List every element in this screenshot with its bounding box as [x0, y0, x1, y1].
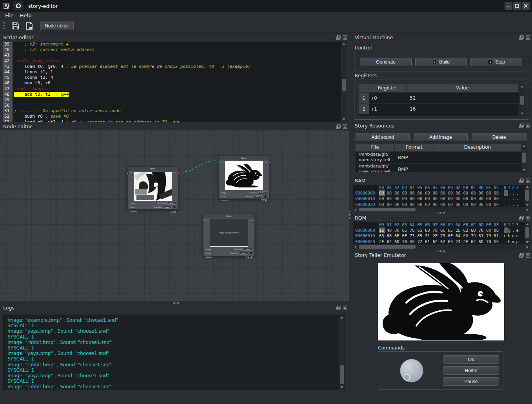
format-column-header[interactable]: Format: [395, 144, 434, 151]
hex-byte[interactable]: 74: [456, 239, 463, 244]
hex-byte[interactable]: 00: [425, 190, 433, 196]
hex-byte[interactable]: 00: [448, 202, 456, 207]
hex-byte[interactable]: 00: [463, 196, 471, 201]
hex-byte[interactable]: 70: [479, 227, 487, 233]
node-editor-toolbar-button[interactable]: Node editor: [40, 22, 74, 30]
hex-byte[interactable]: 68: [387, 233, 395, 238]
port-in-connector[interactable]: [218, 162, 220, 164]
minimize-button[interactable]: [505, 2, 512, 10]
hex-byte[interactable]: 64: [456, 233, 463, 238]
hex-byte[interactable]: 61: [425, 239, 433, 244]
spin-down-icon[interactable]: [265, 201, 267, 202]
hex-byte[interactable]: 78: [410, 227, 418, 233]
hex-byte[interactable]: 62: [463, 227, 471, 233]
hex-byte[interactable]: 6D: [425, 227, 433, 233]
float-icon[interactable]: [519, 124, 524, 128]
close-icon[interactable]: [343, 306, 347, 310]
image-select-button[interactable]: Select: [167, 202, 176, 205]
menu-file[interactable]: File: [5, 13, 14, 18]
float-icon[interactable]: [336, 124, 341, 129]
hex-byte[interactable]: 00: [471, 202, 479, 207]
hex-byte[interactable]: 63: [379, 233, 387, 238]
pause-button[interactable]: Pause: [443, 377, 499, 386]
hex-byte[interactable]: 00: [425, 196, 433, 201]
outputs-spinbox[interactable]: 4: [261, 199, 267, 202]
sound-play-button[interactable]: [264, 195, 267, 198]
hex-byte[interactable]: 00: [410, 196, 418, 201]
hex-byte[interactable]: 65: [448, 227, 456, 233]
add-image-button[interactable]: Add image: [414, 133, 468, 141]
hex-byte[interactable]: 00: [463, 202, 471, 207]
window-resize-grip[interactable]: [525, 397, 531, 403]
hex-byte[interactable]: 00: [418, 190, 425, 196]
hex-byte[interactable]: 00: [440, 202, 448, 207]
spin-arrows[interactable]: [265, 200, 267, 202]
hex-byte[interactable]: 00: [379, 196, 387, 201]
hex-byte[interactable]: 00: [379, 190, 385, 196]
hex-byte[interactable]: 00: [418, 202, 425, 207]
export-document-icon[interactable]: [25, 22, 34, 30]
hex-byte[interactable]: 00: [456, 190, 463, 196]
hex-byte[interactable]: 00: [486, 196, 494, 201]
splitter-columns[interactable]: [349, 211, 351, 219]
spin-arrows[interactable]: [174, 210, 176, 212]
port-out-connector[interactable]: [268, 162, 270, 164]
maximize-button[interactable]: [513, 2, 521, 10]
hex-byte[interactable]: 72: [418, 239, 425, 244]
rom-hscrollbar[interactable]: [353, 244, 530, 249]
close-icon[interactable]: [343, 124, 347, 129]
node-canvas[interactable]: NodePort InPort OutImageTextLabelSelectS…: [0, 130, 349, 301]
float-icon[interactable]: [519, 253, 524, 258]
story-node[interactable]: NodePort InPort OutImageTextLabelSelectS…: [127, 166, 178, 209]
menu-help[interactable]: Help: [20, 13, 32, 18]
hex-byte[interactable]: 00: [410, 239, 418, 244]
hex-byte[interactable]: 00: [494, 190, 502, 196]
hex-byte[interactable]: 70: [486, 239, 494, 244]
ram-hex-editor[interactable]: 000102030405060708090A0B0C0D0E0F01234567…: [353, 185, 525, 207]
hex-byte[interactable]: 62: [440, 239, 448, 244]
sound-play-button[interactable]: [173, 206, 176, 209]
close-button[interactable]: [522, 2, 530, 10]
code-editor[interactable]: 39 ; t2: increment 440 ; t3: current med…: [3, 42, 341, 122]
sound-select-button[interactable]: Select: [254, 195, 263, 198]
hex-byte[interactable]: 79: [486, 233, 494, 238]
port-in-connector[interactable]: [202, 220, 204, 222]
generate-button[interactable]: Generate: [360, 58, 412, 66]
home-button[interactable]: Home: [443, 366, 499, 375]
resources-scrollbar[interactable]: [521, 144, 527, 172]
float-icon[interactable]: [519, 178, 524, 183]
hex-byte[interactable]: 6C: [440, 227, 448, 233]
sound-select-button[interactable]: Select: [240, 252, 248, 255]
hex-byte[interactable]: 70: [402, 239, 410, 244]
add-sound-button[interactable]: Add sound: [356, 133, 410, 141]
value-column-header[interactable]: Value: [407, 84, 519, 92]
close-icon[interactable]: [526, 35, 530, 40]
hex-byte[interactable]: 79: [471, 233, 479, 238]
hex-byte[interactable]: 6D: [394, 239, 402, 244]
spin-down-icon[interactable]: [251, 257, 252, 258]
rom-hex-editor[interactable]: 000102030405060708090A0B0C0D0E0F01234567…: [353, 222, 525, 244]
port-out-connector[interactable]: [254, 220, 256, 222]
hex-byte[interactable]: 6F: [394, 233, 402, 238]
hex-byte[interactable]: 00: [471, 196, 479, 201]
hex-byte[interactable]: 00: [486, 202, 494, 207]
register-column-header[interactable]: Register: [369, 84, 407, 92]
hex-byte[interactable]: 00: [379, 202, 387, 207]
hex-byte[interactable]: 00: [394, 227, 402, 233]
hex-byte[interactable]: 00: [456, 202, 463, 207]
hex-byte[interactable]: 00: [387, 196, 395, 201]
sound-play-button[interactable]: [249, 251, 252, 255]
hex-byte[interactable]: 00: [410, 202, 418, 207]
script-editor-scrollbar[interactable]: [341, 42, 347, 122]
hex-byte[interactable]: 65: [418, 233, 425, 238]
hex-byte[interactable]: 00: [494, 202, 502, 207]
splitter-rom-emulator[interactable]: [437, 249, 445, 252]
hex-byte[interactable]: 2E: [379, 239, 387, 244]
hex-byte[interactable]: 00: [387, 190, 395, 196]
hex-byte[interactable]: 65: [402, 227, 410, 233]
float-icon[interactable]: [336, 35, 341, 40]
hex-byte[interactable]: 00: [394, 202, 402, 207]
hex-byte[interactable]: 00: [402, 202, 410, 207]
hex-byte[interactable]: 00: [479, 190, 487, 196]
hex-byte[interactable]: 00: [440, 190, 448, 196]
